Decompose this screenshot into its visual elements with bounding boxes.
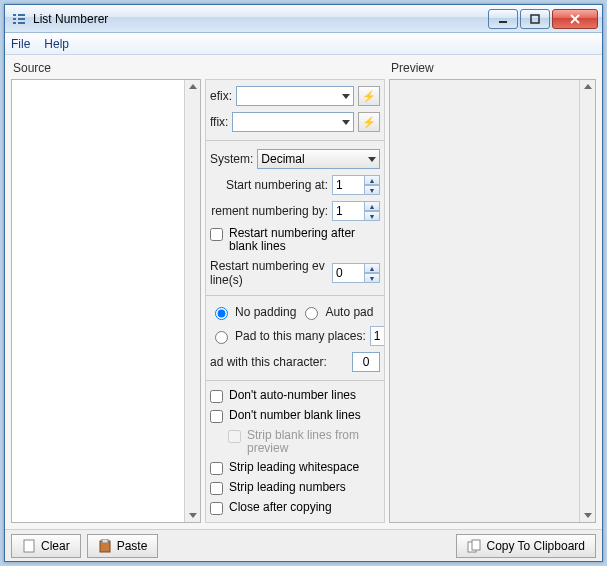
prefix-label: efix:	[210, 89, 232, 103]
no-padding-label: No padding	[235, 305, 296, 319]
source-scrollbar[interactable]	[184, 80, 200, 522]
minimize-button[interactable]	[488, 9, 518, 29]
pad-to-label: Pad to this many places:	[235, 329, 366, 343]
padding-radio-row: No padding Auto pad	[210, 304, 380, 320]
svg-rect-7	[531, 15, 539, 23]
options-column: efix: ⚡ ffix: ⚡ System: Decimal Start nu…	[205, 61, 385, 529]
spin-up-icon[interactable]: ▲	[364, 263, 380, 273]
start-spinner[interactable]: ▲▼	[332, 175, 380, 195]
spin-up-icon[interactable]: ▲	[364, 175, 380, 185]
no-auto-number-label: Don't auto-number lines	[229, 389, 380, 402]
source-textarea-wrap	[11, 79, 201, 523]
preview-label: Preview	[389, 61, 596, 79]
increment-label: rement numbering by:	[210, 204, 328, 218]
spin-down-icon[interactable]: ▼	[364, 273, 380, 283]
pad-to-row: Pad to this many places: ▲▼	[210, 326, 380, 346]
clear-label: Clear	[41, 539, 70, 553]
paste-button[interactable]: Paste	[87, 534, 159, 558]
pad-to-spinner[interactable]: ▲▼	[370, 326, 385, 346]
strip-blank-preview-checkbox	[228, 430, 241, 443]
preview-column: Preview	[389, 61, 596, 529]
svg-rect-2	[13, 18, 16, 20]
suffix-label: ffix:	[210, 115, 228, 129]
pad-to-radio[interactable]	[215, 331, 228, 344]
restart-every-row: Restart numbering evline(s) ▲▼	[210, 259, 380, 287]
svg-rect-14	[472, 540, 480, 550]
close-button[interactable]	[552, 9, 598, 29]
clipboard-icon	[98, 539, 112, 553]
page-icon	[22, 539, 36, 553]
start-label: Start numbering at:	[210, 178, 328, 192]
preview-scrollbar[interactable]	[579, 80, 595, 522]
app-window: List Numberer File Help Source efix:	[4, 4, 603, 562]
restart-blank-row: Restart numbering after blank lines	[210, 227, 380, 253]
prefix-combo[interactable]	[236, 86, 354, 106]
restart-blank-label: Restart numbering after blank lines	[229, 227, 380, 253]
restart-every-input[interactable]	[332, 263, 364, 283]
clear-button[interactable]: Clear	[11, 534, 81, 558]
copy-icon	[467, 539, 481, 553]
increment-input[interactable]	[332, 201, 364, 221]
restart-every-spinner[interactable]: ▲▼	[332, 263, 380, 283]
spin-down-icon[interactable]: ▼	[364, 185, 380, 195]
strip-lead-num-checkbox[interactable]	[210, 482, 223, 495]
app-icon	[11, 11, 27, 27]
options-panel: efix: ⚡ ffix: ⚡ System: Decimal Start nu…	[205, 79, 385, 523]
increment-spinner[interactable]: ▲▼	[332, 201, 380, 221]
system-row: System: Decimal	[210, 149, 380, 169]
titlebar: List Numberer	[5, 5, 602, 33]
pad-char-label: ad with this character:	[210, 355, 348, 369]
no-padding-radio[interactable]	[215, 307, 228, 320]
source-textarea[interactable]	[12, 80, 183, 522]
menu-help[interactable]: Help	[44, 37, 69, 51]
close-after-copy-checkbox[interactable]	[210, 502, 223, 515]
restart-blank-checkbox[interactable]	[210, 228, 223, 241]
maximize-button[interactable]	[520, 9, 550, 29]
copy-label: Copy To Clipboard	[486, 539, 585, 553]
start-row: Start numbering at: ▲▼	[210, 175, 380, 195]
lightning-icon: ⚡	[362, 90, 376, 103]
menu-file[interactable]: File	[11, 37, 30, 51]
svg-rect-6	[499, 21, 507, 23]
spin-down-icon[interactable]: ▼	[364, 211, 380, 221]
no-number-blank-checkbox[interactable]	[210, 410, 223, 423]
lightning-icon: ⚡	[362, 116, 376, 129]
close-after-copy-label: Close after copying	[229, 501, 380, 514]
window-title: List Numberer	[33, 12, 488, 26]
prefix-insert-button[interactable]: ⚡	[358, 86, 380, 106]
menubar: File Help	[5, 33, 602, 55]
strip-blank-preview-label: Strip blank lines from preview	[247, 429, 380, 455]
system-combo[interactable]: Decimal	[257, 149, 380, 169]
content-area: Source efix: ⚡ ffix: ⚡	[5, 55, 602, 529]
no-number-blank-label: Don't number blank lines	[229, 409, 380, 422]
svg-rect-3	[18, 18, 25, 20]
auto-pad-radio[interactable]	[305, 307, 318, 320]
source-column: Source	[11, 61, 201, 529]
pad-char-row: ad with this character:	[210, 352, 380, 372]
suffix-insert-button[interactable]: ⚡	[358, 112, 380, 132]
system-label: System:	[210, 152, 253, 166]
restart-every-label: Restart numbering evline(s)	[210, 259, 328, 287]
increment-row: rement numbering by: ▲▼	[210, 201, 380, 221]
strip-lead-ws-checkbox[interactable]	[210, 462, 223, 475]
svg-rect-12	[102, 539, 108, 543]
spin-up-icon[interactable]: ▲	[364, 201, 380, 211]
pad-to-input[interactable]	[370, 326, 385, 346]
auto-pad-label: Auto pad	[325, 305, 373, 319]
copy-clipboard-button[interactable]: Copy To Clipboard	[456, 534, 596, 558]
svg-rect-10	[24, 540, 34, 552]
strip-lead-ws-label: Strip leading whitespace	[229, 461, 380, 474]
suffix-combo[interactable]	[232, 112, 354, 132]
svg-rect-0	[13, 14, 16, 16]
svg-rect-5	[18, 22, 25, 24]
bottom-toolbar: Clear Paste Copy To Clipboard	[5, 529, 602, 561]
window-buttons	[488, 9, 598, 29]
start-input[interactable]	[332, 175, 364, 195]
no-auto-number-checkbox[interactable]	[210, 390, 223, 403]
prefix-row: efix: ⚡	[210, 86, 380, 106]
paste-label: Paste	[117, 539, 148, 553]
pad-char-input[interactable]	[352, 352, 380, 372]
suffix-row: ffix: ⚡	[210, 112, 380, 132]
svg-rect-1	[18, 14, 25, 16]
preview-textarea-wrap	[389, 79, 596, 523]
